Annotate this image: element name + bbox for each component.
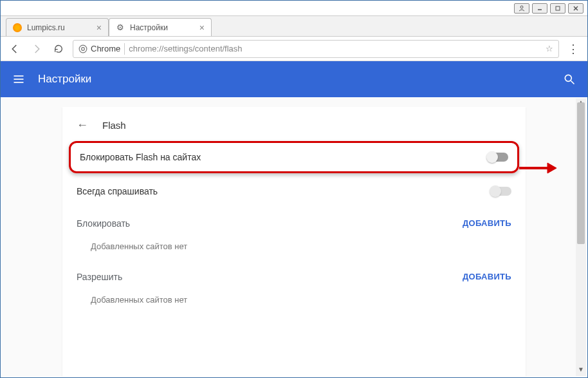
vertical-scrollbar[interactable]: ▲ ▼ <box>576 99 586 376</box>
site-origin-chip: Chrome <box>78 44 120 53</box>
row-block-flash: Блокировать Flash на сайтах <box>69 141 519 173</box>
tab-close-icon[interactable]: × <box>199 23 205 33</box>
section-header: ← Flash <box>62 107 526 138</box>
allow-list-empty: Добавленных сайтов нет <box>62 286 526 314</box>
address-url: chrome://settings/content/flash <box>129 44 242 53</box>
browser-window: Lumpics.ru × ⚙ Настройки × Chrome chrome… <box>0 0 588 378</box>
bookmark-star-icon[interactable]: ☆ <box>546 44 553 53</box>
block-list-header: Блокировать ДОБАВИТЬ <box>62 207 526 232</box>
search-icon[interactable] <box>563 73 576 86</box>
settings-card: ← Flash Блокировать Flash на сайтах Всег… <box>62 107 526 377</box>
tab-title: Настройки <box>130 23 168 32</box>
tab-title: Lumpics.ru <box>27 23 65 32</box>
os-close-button[interactable] <box>568 3 583 14</box>
toggle-block-flash[interactable] <box>488 153 508 162</box>
row-always-ask: Всегда спрашивать <box>62 176 526 207</box>
list-title: Блокировать <box>77 218 130 229</box>
settings-app-bar: Настройки <box>1 61 587 97</box>
os-user-button[interactable] <box>514 3 529 14</box>
block-list-empty: Добавленных сайтов нет <box>62 232 526 260</box>
settings-content: ← Flash Блокировать Flash на сайтах Всег… <box>1 98 587 377</box>
address-bar[interactable]: Chrome chrome://settings/content/flash ☆ <box>73 40 559 58</box>
os-minimize-button[interactable] <box>532 3 547 14</box>
svg-point-10 <box>565 75 571 81</box>
settings-title: Настройки <box>38 73 91 86</box>
row-label: Блокировать Flash на сайтах <box>80 152 201 162</box>
nav-back-button[interactable] <box>7 41 23 57</box>
scroll-down-icon[interactable]: ▼ <box>576 366 586 376</box>
svg-rect-2 <box>556 6 560 10</box>
back-arrow-icon[interactable]: ← <box>77 118 88 132</box>
nav-reload-button[interactable] <box>51 41 66 57</box>
os-title-bar <box>1 1 587 16</box>
origin-label: Chrome <box>91 44 120 53</box>
os-maximize-button[interactable] <box>550 3 565 14</box>
allow-list-header: Разрешить ДОБАВИТЬ <box>62 260 526 286</box>
toolbar: Chrome chrome://settings/content/flash ☆… <box>1 37 587 61</box>
menu-hamburger-icon[interactable] <box>12 73 25 86</box>
svg-point-6 <box>82 47 85 50</box>
tab-lumpics[interactable]: Lumpics.ru × <box>6 18 109 36</box>
tab-close-icon[interactable]: × <box>96 23 102 33</box>
section-title: Flash <box>102 120 126 131</box>
add-block-button[interactable]: ДОБАВИТЬ <box>463 218 511 229</box>
scroll-thumb[interactable] <box>577 102 585 244</box>
svg-line-11 <box>571 81 574 84</box>
favicon-lumpics <box>13 23 22 32</box>
nav-forward-button[interactable] <box>29 41 44 57</box>
chrome-icon <box>78 44 87 53</box>
address-separator <box>124 43 125 55</box>
svg-point-0 <box>520 6 523 8</box>
browser-menu-button[interactable]: ⋮ <box>565 42 581 56</box>
toggle-always-ask[interactable] <box>491 187 511 196</box>
tab-settings[interactable]: ⚙ Настройки × <box>109 18 212 36</box>
list-title: Разрешить <box>77 272 122 282</box>
svg-point-5 <box>79 45 87 53</box>
add-allow-button[interactable]: ДОБАВИТЬ <box>463 272 511 282</box>
tab-strip: Lumpics.ru × ⚙ Настройки × <box>1 16 587 37</box>
row-label: Всегда спрашивать <box>77 186 158 196</box>
favicon-gear-icon: ⚙ <box>116 23 125 32</box>
